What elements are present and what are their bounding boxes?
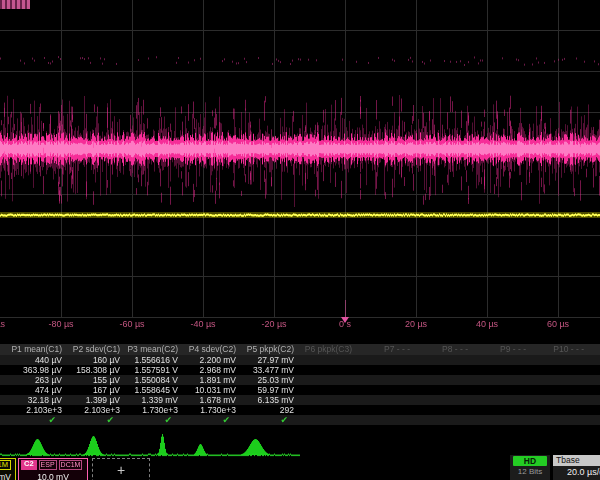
measure-cell [590, 405, 600, 415]
measure-cell [474, 385, 532, 395]
measure-cell: 263 µV [10, 375, 68, 385]
measure-cell [590, 395, 600, 405]
measure-cell [416, 395, 474, 405]
measure-cell: 1.891 mV [184, 375, 242, 385]
measure-cell: 158.308 µV [68, 365, 126, 375]
measure-column-header[interactable]: P10 - - - [532, 344, 590, 355]
measure-cell [416, 375, 474, 385]
measure-cell: 1.558645 V [126, 385, 184, 395]
measure-table-row: 2.103e+32.103e+31.730e+31.730e+3292 [0, 405, 600, 415]
measure-column-header[interactable]: P7 - - - [358, 344, 416, 355]
time-axis-label: 60 µs [526, 319, 590, 329]
measure-status-check-icon [358, 415, 416, 425]
hd-mode-panel[interactable]: HD 12 Bits [510, 455, 550, 480]
measure-column-header[interactable]: P11 - - - [590, 344, 600, 355]
measure-column-header[interactable]: P2 sdev(C1) [68, 344, 126, 355]
measure-cell [300, 405, 358, 415]
measure-cell [532, 405, 590, 415]
measure-cell: 2.103e+3 [10, 405, 68, 415]
measure-status-check-icon [532, 415, 590, 425]
c2-esp-badge: ESP [39, 460, 57, 470]
measure-status-check-icon [416, 415, 474, 425]
measure-cell [532, 375, 590, 385]
measure-table-row: 32.18 µV1.399 µV1.339 mV1.678 mV6.135 mV [0, 395, 600, 405]
measure-cell: 1.550084 V [126, 375, 184, 385]
measure-status-check-icon: ✔ [10, 415, 68, 425]
measure-cell [416, 405, 474, 415]
measure-cell: 1.556616 V [126, 355, 184, 365]
measure-cell [532, 355, 590, 365]
measure-cell [300, 385, 358, 395]
measure-cell: 440 µV [10, 355, 68, 365]
measure-column-header[interactable]: P4 sdev(C2) [184, 344, 242, 355]
measure-cell: 474 µV [10, 385, 68, 395]
trigger-position-marker[interactable] [341, 317, 349, 323]
measure-cell [300, 395, 358, 405]
c1-coupling-badge: DC1M [0, 460, 11, 470]
measure-table-row: 363.98 µV158.308 µV1.557591 V2.968 mV33.… [0, 365, 600, 375]
c1-scale-value: 10.0 mV [0, 472, 11, 480]
measure-cell: 155 µV [68, 375, 126, 385]
measure-status-check-icon: ✔ [184, 415, 242, 425]
measure-cell: 1.339 mV [126, 395, 184, 405]
measure-cell [590, 365, 600, 375]
measure-cell [474, 395, 532, 405]
status-badge[interactable] [0, 0, 30, 9]
measure-cell: 160 µV [68, 355, 126, 365]
timebase-title: Tbase [553, 455, 600, 466]
measure-cell [300, 375, 358, 385]
measure-status-check-icon: ✔ [126, 415, 184, 425]
measure-column-header[interactable]: P3 mean(C2) [126, 344, 184, 355]
measure-cell [416, 365, 474, 375]
measure-column-header[interactable]: P6 pkpk(C3) [300, 344, 358, 355]
hd-badge: HD [513, 456, 547, 466]
measure-cell: 167 µV [68, 385, 126, 395]
time-axis-label: 40 µs [455, 319, 519, 329]
measure-cell [474, 365, 532, 375]
channel-c1-descriptor[interactable]: DC1M 10.0 mV [0, 458, 16, 480]
measure-status-check-icon [474, 415, 532, 425]
measure-status-check-icon: ✔ [68, 415, 126, 425]
measure-cell: 2.200 mV [184, 355, 242, 365]
measure-cell [590, 355, 600, 365]
time-axis-label: 20 µs [384, 319, 448, 329]
time-axis-label: -100 µs [0, 319, 22, 329]
measure-cell: 25.03 mV [242, 375, 300, 385]
add-trace-button[interactable]: + [92, 458, 150, 480]
measure-cell: 1.730e+3 [126, 405, 184, 415]
measure-cell: 33.477 mV [242, 365, 300, 375]
measure-cell [474, 375, 532, 385]
measure-status-check-icon [590, 415, 600, 425]
measure-cell: 1.399 µV [68, 395, 126, 405]
measure-cell [474, 405, 532, 415]
time-axis: -100 µs-80 µs-60 µs-40 µs-20 µs0 s20 µs4… [0, 319, 600, 332]
measure-cell [590, 375, 600, 385]
measure-cell: 1.730e+3 [184, 405, 242, 415]
measure-cell [532, 365, 590, 375]
c2-coupling-badge: DC1M [59, 460, 83, 470]
measure-status-row: ✔✔✔✔✔ [0, 415, 600, 425]
measure-cell [590, 385, 600, 395]
measure-table: P1 mean(C1)P2 sdev(C1)P3 mean(C2)P4 sdev… [0, 344, 600, 428]
measure-status-check-icon: ✔ [242, 415, 300, 425]
measure-cell: 32.18 µV [10, 395, 68, 405]
measure-column-header[interactable]: P1 mean(C1) [10, 344, 68, 355]
measure-table-row: 263 µV155 µV1.550084 V1.891 mV25.03 mV [0, 375, 600, 385]
measure-cell [358, 395, 416, 405]
measure-column-header[interactable]: P8 - - - [416, 344, 474, 355]
timebase-value: 20.0 µs/div [553, 466, 600, 479]
timebase-panel[interactable]: Tbase 20.0 µs/div [553, 455, 600, 480]
measure-cell [358, 385, 416, 395]
measure-column-header[interactable]: P9 - - - [474, 344, 532, 355]
measure-cell: 10.031 mV [184, 385, 242, 395]
measure-cell: 27.97 mV [242, 355, 300, 365]
measure-cell [300, 355, 358, 365]
measure-cell [300, 365, 358, 375]
measure-cell [416, 355, 474, 365]
measure-cell: 2.103e+3 [68, 405, 126, 415]
channel-c2-descriptor[interactable]: C2 ESP DC1M 10.0 mV [18, 458, 88, 480]
measure-cell [358, 405, 416, 415]
measure-column-header[interactable]: P5 pkpk(C2) [242, 344, 300, 355]
measure-cell [416, 385, 474, 395]
measure-cell: 363.98 µV [10, 365, 68, 375]
